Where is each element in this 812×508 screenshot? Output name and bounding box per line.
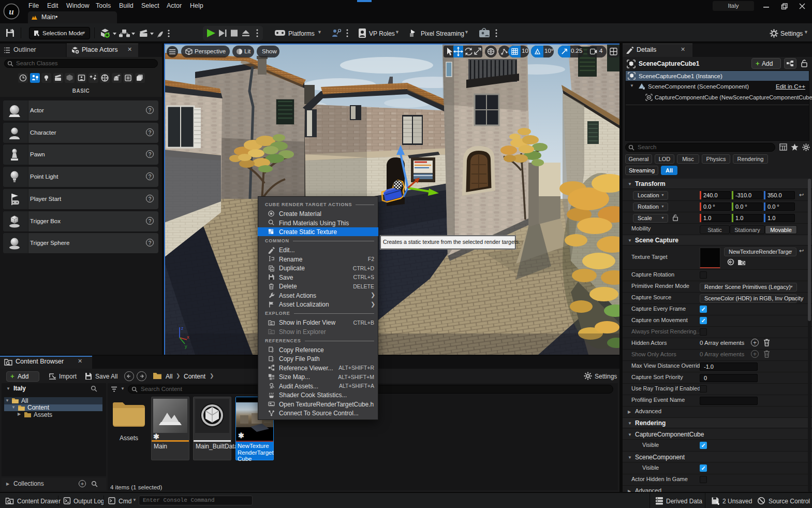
svg-text:x: x	[187, 335, 189, 340]
svg-text:y: y	[185, 344, 187, 349]
svg-text:u: u	[9, 7, 13, 17]
svg-text:*: *	[716, 500, 718, 505]
svg-text:z: z	[181, 326, 184, 331]
